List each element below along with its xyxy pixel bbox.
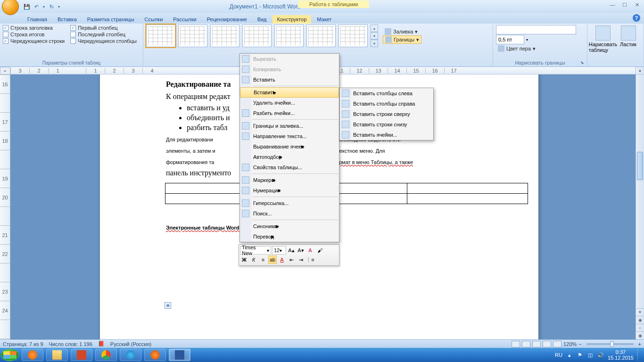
status-words[interactable]: Число слов: 1 196 (49, 341, 92, 347)
menu-numbering[interactable]: Нумерация▶ (240, 185, 339, 196)
tray-show-hidden-icon[interactable]: ▴ (566, 352, 573, 358)
dialog-launcher-icon[interactable]: ⬊ (579, 60, 585, 66)
checkbox-banded-cols[interactable]: Чередующиеся столбцы (70, 38, 137, 44)
scroll-down-icon[interactable]: ▼ (636, 308, 644, 316)
submenu-rows-below[interactable]: Вставить строки снизу (340, 119, 433, 130)
menu-autofit[interactable]: Автоподбор▶ (240, 152, 339, 162)
font-color-icon[interactable]: A (278, 255, 286, 264)
checkbox-banded-rows[interactable]: ✓Чередующиеся строки (3, 38, 65, 44)
draw-table-button[interactable]: Нарисовать таблицу (590, 25, 616, 54)
menu-text-direction[interactable]: Направление текста... (240, 131, 339, 141)
taskbar-explorer[interactable] (46, 349, 68, 361)
checkbox-first-col[interactable]: ✓Первый столбец (70, 25, 137, 31)
close-button[interactable]: ✕ (631, 1, 643, 8)
scroll-up-icon[interactable]: ▲ (636, 67, 644, 74)
styles-icon[interactable]: A (306, 246, 314, 255)
menu-split-cells[interactable]: Разбить ячейки... (240, 108, 339, 118)
zoom-slider[interactable] (586, 343, 634, 345)
submenu-cells[interactable]: Вставить ячейки... (340, 130, 433, 140)
ruler-corner[interactable]: ⌐ (0, 67, 10, 74)
view-web-layout-icon[interactable] (532, 341, 541, 347)
zoom-value[interactable]: 120% (563, 341, 577, 347)
menu-paste[interactable]: Вставить (240, 74, 339, 85)
center-align-icon[interactable]: ≡ (259, 255, 267, 264)
eraser-button[interactable]: Ластик (616, 25, 641, 48)
vertical-ruler[interactable]: 161718192021222324252627 (0, 74, 10, 339)
table-style-thumb[interactable] (242, 25, 272, 47)
menu-borders-shading[interactable]: Границы и заливка... (240, 121, 339, 131)
checkbox-total-row[interactable]: Строка итогов (3, 32, 65, 37)
menu-table-properties[interactable]: Свойства таблицы... (240, 162, 339, 173)
gallery-more-icon[interactable]: ▾ (371, 40, 378, 47)
redo-icon[interactable]: ↻ (47, 2, 56, 11)
submenu-rows-above[interactable]: Вставить строки сверху (340, 109, 433, 119)
submenu-cols-left[interactable]: Вставить столбцы слева (340, 88, 433, 99)
proofing-icon[interactable]: 📕 (98, 341, 105, 347)
mini-font-select[interactable]: Times New ▾ (240, 246, 271, 255)
tray-volume-icon[interactable]: 🔊 (597, 352, 604, 358)
table-style-thumb[interactable] (178, 25, 207, 47)
view-full-screen-icon[interactable] (522, 341, 530, 347)
zoom-out-icon[interactable]: − (578, 341, 581, 347)
italic-button[interactable]: К (249, 255, 258, 264)
view-outline-icon[interactable] (543, 341, 551, 347)
tray-clock[interactable]: 0:37 15.12.2015 (608, 349, 634, 361)
format-painter-icon[interactable]: 🖌 (315, 246, 324, 255)
status-page[interactable]: Страница: 7 из 9 (3, 341, 43, 347)
menu-synonyms[interactable]: Синонимы▶ (240, 221, 339, 231)
decrease-indent-icon[interactable]: ⇤ (287, 255, 296, 264)
table-style-thumb[interactable] (210, 25, 239, 47)
menu-copy[interactable]: Копировать (240, 64, 339, 74)
bullets-icon[interactable]: ⋮≡ (306, 255, 314, 264)
tab-page-layout[interactable]: Разметка страницы (83, 15, 139, 24)
scroll-thumb[interactable] (637, 152, 643, 180)
save-icon[interactable]: 💾 (23, 2, 31, 11)
pen-color-button[interactable]: Цвет пера ▾ (496, 45, 584, 52)
show-desktop-button[interactable] (637, 349, 642, 361)
taskbar-chrome[interactable] (95, 349, 117, 361)
taskbar-firefox[interactable] (144, 349, 166, 361)
menu-cut[interactable]: Вырезать (240, 54, 339, 64)
submenu-cols-right[interactable]: Вставить столбцы справа (340, 99, 433, 109)
zoom-in-icon[interactable]: + (638, 341, 641, 347)
tab-view[interactable]: Вид (253, 15, 272, 24)
help-icon[interactable]: ? (633, 14, 640, 22)
start-button[interactable] (1, 349, 19, 361)
undo-icon[interactable]: ↶ (32, 2, 41, 11)
menu-cell-alignment[interactable]: Выравнивание ячеек▶ (240, 141, 339, 152)
tab-layout[interactable]: Макет (312, 15, 336, 24)
menu-lookup[interactable]: Поиск... (240, 208, 339, 219)
document-table[interactable] (165, 183, 528, 204)
menu-insert[interactable]: Вставить▶ (240, 87, 339, 98)
table-style-thumb[interactable] (274, 25, 304, 47)
tab-review[interactable]: Рецензирование (202, 15, 252, 24)
gallery-up-icon[interactable]: ▴ (371, 25, 378, 32)
table-style-thumb[interactable] (339, 25, 368, 47)
status-language[interactable]: Русский (Россия) (110, 341, 151, 347)
borders-button[interactable]: Границы ▾ (383, 35, 421, 44)
table-style-thumb[interactable] (146, 25, 175, 47)
taskbar-ie[interactable] (120, 349, 141, 361)
view-draft-icon[interactable] (553, 341, 561, 347)
shading-button[interactable]: Заливка ▾ (383, 28, 421, 35)
menu-bullets[interactable]: Маркеры▶ (240, 175, 339, 185)
taskbar-powerpoint[interactable] (71, 349, 92, 361)
tab-home[interactable]: Главная (23, 15, 52, 24)
maximize-button[interactable]: ☐ (619, 1, 631, 8)
vertical-scrollbar[interactable]: ▲ ▼ ◉ ○ ◉ (636, 67, 644, 339)
checkbox-header-row[interactable]: ✓Строка заголовка (3, 25, 65, 31)
grow-font-icon[interactable]: A▴ (287, 246, 296, 255)
highlight-icon[interactable]: ab (268, 255, 277, 264)
next-page-icon[interactable]: ◉ (636, 331, 644, 339)
tab-insert[interactable]: Вставка (53, 15, 82, 24)
bold-button[interactable]: Ж (240, 255, 248, 264)
increase-indent-icon[interactable]: ⇥ (297, 255, 305, 264)
tray-network-icon[interactable]: ◫ (587, 352, 594, 358)
tray-flag-icon[interactable]: ⚑ (577, 352, 583, 358)
table-move-handle-icon[interactable]: ✥ (165, 302, 171, 309)
menu-hyperlink[interactable]: Гиперссылка... (240, 198, 339, 208)
minimize-button[interactable]: — (606, 1, 619, 8)
mini-size-select[interactable]: 12 ▾ (272, 246, 286, 255)
checkbox-last-col[interactable]: Последний столбец (70, 32, 137, 37)
browse-object-icon[interactable]: ○ (636, 324, 644, 332)
